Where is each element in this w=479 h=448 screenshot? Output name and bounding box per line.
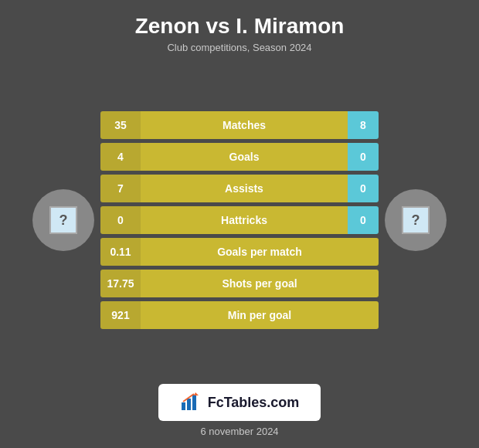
svg-marker-3: [194, 392, 199, 395]
logo-area: FcTables.com: [158, 384, 321, 421]
avatar-left-icon: ?: [49, 206, 77, 234]
stat-row-hattricks: 0Hattricks0: [100, 206, 379, 234]
stats-panel: 35Matches84Goals07Assists00Hattricks00.1…: [100, 111, 379, 329]
header: Zenon vs I. Miramon Club competitions, S…: [0, 0, 479, 59]
avatar-right: ?: [385, 189, 447, 251]
stat-right-goals: 0: [348, 143, 379, 171]
stat-right-hattricks: 0: [348, 206, 379, 234]
svg-rect-2: [192, 395, 196, 410]
stat-label-goals: Goals: [141, 143, 348, 171]
stat-label-goals-per-match: Goals per match: [141, 238, 379, 266]
stat-label-matches: Matches: [141, 111, 348, 139]
stat-left-shots-per-goal: 17.75: [100, 270, 141, 297]
stat-left-assists: 7: [100, 175, 141, 202]
stat-label-hattricks: Hattricks: [141, 206, 348, 234]
stat-left-matches: 35: [100, 111, 141, 139]
svg-rect-1: [187, 399, 191, 410]
stat-right-matches: 8: [348, 111, 379, 139]
stat-row-matches: 35Matches8: [100, 111, 379, 139]
stat-label-min-per-goal: Min per goal: [141, 301, 379, 329]
footer-date: 6 november 2024: [200, 426, 278, 448]
stat-left-hattricks: 0: [100, 206, 141, 234]
stat-label-shots-per-goal: Shots per goal: [141, 270, 379, 297]
avatar-left: ?: [32, 189, 94, 251]
stat-row-shots-per-goal: 17.75Shots per goal: [100, 270, 379, 297]
avatar-right-icon: ?: [402, 206, 430, 234]
svg-rect-0: [182, 402, 185, 410]
stat-row-min-per-goal: 921Min per goal: [100, 301, 379, 329]
stat-row-assists: 7Assists0: [100, 175, 379, 202]
stat-left-min-per-goal: 921: [100, 301, 141, 329]
stat-row-goals: 4Goals0: [100, 143, 379, 171]
main-content: ? 35Matches84Goals07Assists00Hattricks00…: [0, 59, 479, 378]
stat-right-assists: 0: [348, 175, 379, 202]
fctables-icon: [180, 392, 202, 413]
subtitle: Club competitions, Season 2024: [8, 42, 471, 53]
logo-text: FcTables.com: [208, 395, 300, 411]
stat-left-goals-per-match: 0.11: [100, 238, 141, 266]
stat-row-goals-per-match: 0.11Goals per match: [100, 238, 379, 266]
stat-label-assists: Assists: [141, 175, 348, 202]
stat-left-goals: 4: [100, 143, 141, 171]
page-title: Zenon vs I. Miramon: [8, 14, 471, 39]
